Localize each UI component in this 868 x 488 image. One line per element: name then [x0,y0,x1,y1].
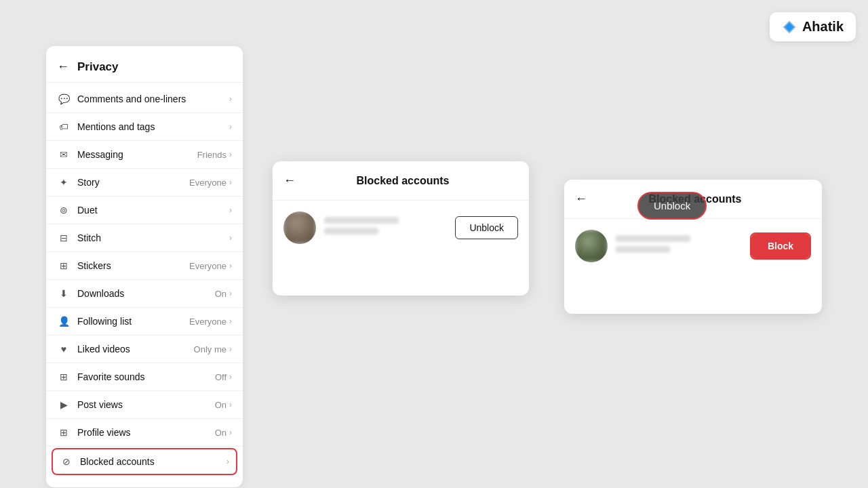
liked-value: Only me [194,344,226,354]
menu-item-favorite-sounds[interactable]: ⊞ Favorite sounds Off › [46,363,243,390]
blocked-accounts-panel-1: ← Blocked accounts Unblock [273,161,529,296]
blocked-back-button-2[interactable]: ← [575,192,587,206]
blocked-user-avatar-2 [575,230,608,262]
post-views-value: On [215,400,226,410]
favorite-sounds-label: Favorite sounds [77,371,215,382]
ahatik-logo: Ahatik [770,12,856,41]
menu-item-stickers[interactable]: ⊞ Stickers Everyone › [46,252,243,279]
ahatik-diamond-icon [782,20,797,35]
blocked-icon: ⊘ [60,455,73,468]
story-label: Story [77,177,189,188]
following-icon: 👤 [57,314,71,328]
menu-item-mentions[interactable]: 🏷 Mentions and tags › [46,113,243,140]
downloads-icon: ⬇ [57,287,71,300]
duet-icon: ⊚ [57,203,71,217]
blocked-user-row-2: Block [564,219,822,273]
story-chevron: › [229,178,232,187]
privacy-panel: ← Privacy 💬 Comments and one-liners › 🏷 … [46,46,243,487]
downloads-label: Downloads [77,288,215,299]
messaging-icon: ✉ [57,148,71,161]
menu-item-following[interactable]: 👤 Following list Everyone › [46,308,243,335]
comments-chevron: › [229,94,232,104]
mentions-icon: 🏷 [57,120,71,134]
blocked-username-2 [616,235,750,257]
menu-item-blocked-accounts[interactable]: ⊘ Blocked accounts › [52,448,237,475]
duet-label: Duet [77,205,229,216]
post-views-label: Post views [77,399,215,410]
block-button-wrapper: Block [750,232,811,260]
comments-label: Comments and one-liners [77,94,229,104]
blocked-title-1: Blocked accounts [304,175,502,187]
menu-item-stitch[interactable]: ⊟ Stitch › [46,224,243,251]
profile-views-icon: ⊞ [57,426,71,439]
favorite-sounds-value: Off [215,372,226,382]
comments-icon: 💬 [57,92,71,106]
messaging-value: Friends [197,150,226,160]
back-button[interactable]: ← [57,60,69,74]
menu-item-post-views[interactable]: ▶ Post views On › [46,391,243,418]
post-views-chevron: › [229,400,232,409]
story-icon: ✦ [57,176,71,189]
blocked-label: Blocked accounts [80,456,226,467]
favorite-sounds-icon: ⊞ [57,370,71,384]
stitch-chevron: › [229,233,232,243]
duet-chevron: › [229,205,232,215]
mentions-label: Mentions and tags [77,121,229,132]
following-value: Everyone [189,317,226,327]
blocked-back-button-1[interactable]: ← [283,174,296,188]
blocked-header-1: ← Blocked accounts [273,161,529,201]
menu-item-story[interactable]: ✦ Story Everyone › [46,169,243,196]
liked-icon: ♥ [57,342,71,356]
stitch-icon: ⊟ [57,231,71,245]
profile-views-value: On [215,428,226,438]
blocked-user-avatar-1 [283,211,316,244]
stitch-label: Stitch [77,232,229,243]
post-views-icon: ▶ [57,398,71,411]
menu-item-duet[interactable]: ⊚ Duet › [46,197,243,224]
downloads-chevron: › [229,289,232,298]
block-button[interactable]: Block [751,234,810,258]
downloads-value: On [215,289,226,299]
menu-item-downloads[interactable]: ⬇ Downloads On › [46,280,243,307]
menu-item-profile-views[interactable]: ⊞ Profile views On › [46,419,243,446]
liked-chevron: › [229,344,232,354]
profile-views-chevron: › [229,428,232,437]
favorite-sounds-chevron: › [229,372,232,382]
stickers-label: Stickers [77,260,189,271]
stickers-value: Everyone [189,261,226,271]
profile-views-label: Profile views [77,427,215,438]
blocked-chevron: › [226,457,229,466]
privacy-title: Privacy [77,60,119,74]
privacy-header: ← Privacy [46,46,243,83]
menu-item-messaging[interactable]: ✉ Messaging Friends › [46,141,243,168]
blocked-user-row-1: Unblock [273,201,529,255]
menu-item-comments[interactable]: 💬 Comments and one-liners › [46,85,243,113]
story-value: Everyone [189,178,226,188]
following-label: Following list [77,316,189,327]
liked-label: Liked videos [77,344,194,354]
blocked-username-1 [324,217,455,239]
messaging-label: Messaging [77,149,197,160]
ahatik-brand-name: Ahatik [802,19,844,35]
stickers-chevron: › [229,261,232,270]
unblock-button-1[interactable]: Unblock [455,216,518,239]
stickers-icon: ⊞ [57,259,71,272]
menu-item-liked[interactable]: ♥ Liked videos Only me › [46,336,243,363]
mentions-chevron: › [229,122,232,131]
unblock-popup[interactable]: Unblock [637,192,707,220]
following-chevron: › [229,317,232,326]
messaging-chevron: › [229,150,232,159]
